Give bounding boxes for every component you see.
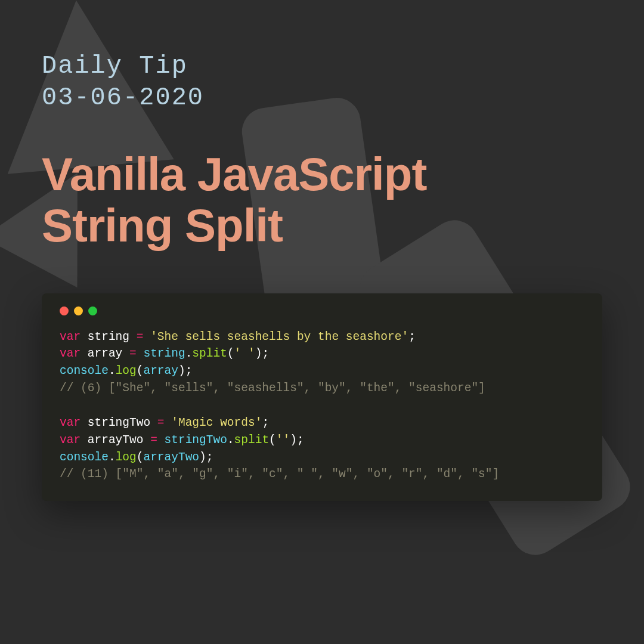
method-call: split bbox=[234, 434, 270, 447]
operator: = bbox=[137, 330, 144, 343]
punctuation: ) bbox=[199, 451, 206, 464]
variable: string bbox=[88, 330, 129, 343]
variable: arrayTwo bbox=[88, 434, 144, 447]
punctuation: ; bbox=[297, 434, 304, 447]
punctuation: ; bbox=[408, 330, 416, 343]
operator: = bbox=[150, 434, 157, 447]
code-window: var string = 'She sells seashells by the… bbox=[42, 293, 602, 501]
method-call: log bbox=[116, 364, 137, 377]
punctuation: ; bbox=[262, 347, 269, 360]
content-area: Daily Tip 03-06-2020 Vanilla JavaScript … bbox=[0, 0, 644, 501]
variable: array bbox=[88, 347, 123, 360]
punctuation: ( bbox=[269, 434, 276, 447]
punctuation: ; bbox=[262, 416, 269, 429]
keyword: var bbox=[60, 330, 80, 343]
punctuation: ) bbox=[178, 364, 185, 377]
keyword: var bbox=[60, 347, 80, 360]
punctuation: ( bbox=[227, 347, 234, 360]
punctuation: ) bbox=[255, 347, 262, 360]
identifier: array bbox=[143, 364, 178, 377]
comment: // (6) ["She", "sells", "seashells", "by… bbox=[60, 382, 485, 395]
title-line-1: Vanilla JavaScript bbox=[42, 149, 602, 200]
maximize-icon bbox=[88, 306, 97, 315]
title-line-2: String Split bbox=[42, 200, 602, 252]
punctuation: . bbox=[227, 434, 234, 447]
identifier: console bbox=[60, 364, 109, 377]
close-icon bbox=[60, 306, 69, 315]
identifier: stringTwo bbox=[165, 434, 227, 447]
string-literal: 'Magic words' bbox=[171, 416, 262, 429]
minimize-icon bbox=[74, 306, 83, 315]
tip-label: Daily Tip bbox=[42, 51, 602, 82]
punctuation: . bbox=[109, 451, 116, 464]
page-title: Vanilla JavaScript String Split bbox=[42, 149, 602, 252]
string-literal: 'She sells seashells by the seashore' bbox=[150, 330, 408, 343]
string-literal: ' ' bbox=[234, 347, 255, 360]
window-controls bbox=[60, 306, 584, 315]
keyword: var bbox=[60, 416, 80, 429]
header-block: Daily Tip 03-06-2020 bbox=[42, 51, 602, 113]
operator: = bbox=[129, 347, 137, 360]
identifier: arrayTwo bbox=[143, 451, 199, 464]
keyword: var bbox=[60, 434, 80, 447]
comment: // (11) ["M", "a", "g", "i", "c", " ", "… bbox=[60, 467, 499, 481]
punctuation: . bbox=[185, 347, 193, 360]
tip-date: 03-06-2020 bbox=[42, 82, 602, 114]
punctuation: ( bbox=[137, 364, 144, 377]
variable: stringTwo bbox=[88, 416, 150, 429]
string-literal: '' bbox=[276, 434, 290, 447]
punctuation: ; bbox=[206, 451, 213, 464]
operator: = bbox=[157, 416, 165, 429]
identifier: console bbox=[60, 451, 109, 464]
punctuation: ) bbox=[290, 434, 297, 447]
method-call: log bbox=[116, 451, 137, 464]
code-block: var string = 'She sells seashells by the… bbox=[60, 329, 584, 484]
punctuation: ( bbox=[137, 451, 144, 464]
punctuation: . bbox=[109, 364, 116, 377]
punctuation: ; bbox=[185, 364, 193, 377]
method-call: split bbox=[192, 347, 227, 360]
identifier: string bbox=[143, 347, 185, 360]
